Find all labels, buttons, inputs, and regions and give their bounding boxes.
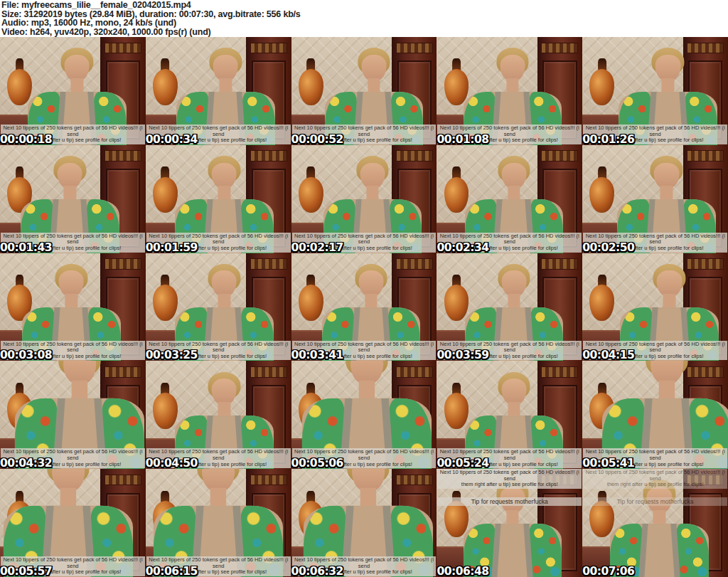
video-thumbnail: Next 10 tippers of 250 tokens get pack o… [0, 145, 146, 253]
timestamp-overlay: 00:04:50 [146, 457, 198, 469]
floral-sleeve-right [529, 524, 562, 577]
vase [589, 58, 614, 105]
video-thumbnail: Next 10 tippers of 250 tokens get pack o… [437, 469, 582, 577]
timestamp-overlay: 00:06:15 [146, 565, 198, 577]
timestamp-overlay: 00:05:41 [582, 457, 634, 469]
promo-banner: Next 10 tippers of 250 tokens get pack o… [437, 469, 582, 489]
timestamp-overlay: 00:05:24 [437, 457, 488, 469]
file-info-header: File: myfreecams_lilie__female_02042015.… [0, 0, 728, 37]
face [211, 270, 236, 297]
face [654, 163, 679, 189]
video-thumbnail: Next 10 tippers of 250 tokens get pack o… [437, 145, 582, 253]
file-name-line: File: myfreecams_lilie__female_02042015.… [1, 1, 727, 10]
face [59, 270, 84, 297]
vase-body [589, 177, 614, 213]
video-thumbnail: Next 10 tippers of 250 tokens get pack o… [146, 469, 291, 577]
timestamp-overlay: 00:01:08 [437, 133, 488, 145]
promo-banner-line1: Next 10 tippers of 250 tokens get pack o… [584, 470, 726, 482]
audio-info-line: Audio: mp3, 16000 Hz, mono, 24 kb/s (und… [1, 18, 727, 28]
video-thumbnail: Next 10 tippers of 250 tokens get pack o… [0, 37, 146, 145]
timestamp-overlay: 00:03:25 [146, 349, 198, 361]
vase-body [299, 69, 323, 105]
timestamp-overlay: 00:07:06 [582, 565, 634, 577]
video-thumbnail: Next 10 tippers of 250 tokens get pack o… [146, 253, 291, 361]
timestamp-overlay: 00:02:50 [582, 241, 634, 253]
video-thumbnail: Next 10 tippers of 250 tokens get pack o… [291, 145, 437, 253]
timestamp-overlay: 00:01:59 [146, 241, 198, 253]
timestamp-overlay: 00:02:34 [437, 241, 488, 253]
thumbnail-grid: Next 10 tippers of 250 tokens get pack o… [0, 37, 728, 577]
promo-banner-line2: them right after u tip) see profile for … [584, 482, 726, 488]
vase-body [589, 69, 614, 105]
timestamp-overlay: 00:03:08 [0, 349, 52, 361]
person-figure [607, 480, 712, 577]
timestamp-overlay: 00:00:18 [0, 133, 52, 145]
timestamp-overlay: 00:05:57 [0, 565, 52, 577]
video-thumbnail: Next 10 tippers of 250 tokens get pack o… [437, 37, 582, 145]
timestamp-overlay: 00:03:59 [437, 349, 488, 361]
face [501, 163, 526, 189]
face [65, 55, 90, 81]
face [211, 163, 236, 189]
timestamp-overlay: 00:03:41 [291, 349, 343, 361]
person-figure [460, 480, 564, 577]
video-thumbnail: Next 10 tippers of 250 tokens get pack o… [146, 37, 291, 145]
video-thumbnail: Next 10 tippers of 250 tokens get pack o… [0, 253, 146, 361]
floral-sleeve-right [676, 524, 709, 577]
video-thumbnail: Next 10 tippers of 250 tokens get pack o… [291, 469, 437, 577]
neck [358, 381, 375, 401]
video-thumbnail: Next 10 tippers of 250 tokens get pack o… [582, 253, 728, 361]
promo-banner-line1: Next 10 tippers of 250 tokens get pack o… [439, 470, 580, 482]
video-thumbnail: Next 10 tippers of 250 tokens get pack o… [0, 361, 146, 469]
tip-banner: Tip for requests motherfucka [583, 497, 727, 506]
face [501, 270, 526, 297]
timestamp-overlay: 00:04:15 [582, 349, 634, 361]
timestamp-overlay: 00:02:17 [291, 241, 343, 253]
timestamp-overlay: 00:01:26 [582, 133, 634, 145]
face [361, 55, 386, 81]
vase [589, 275, 614, 321]
video-thumbnail: Next 10 tippers of 250 tokens get pack o… [291, 37, 437, 145]
video-thumbnail: Next 10 tippers of 250 tokens get pack o… [146, 145, 291, 253]
face [360, 163, 385, 189]
video-thumbnail: Next 10 tippers of 250 tokens get pack o… [291, 361, 437, 469]
promo-banner: Next 10 tippers of 250 tokens get pack o… [583, 469, 727, 489]
face [655, 55, 680, 81]
timestamp-overlay: 00:06:48 [437, 565, 488, 577]
timestamp-overlay: 00:00:34 [146, 133, 198, 145]
vase [299, 58, 323, 105]
face [358, 270, 383, 297]
neck [72, 381, 88, 401]
tip-banner: Tip for requests motherfucka [437, 497, 582, 506]
video-info-line: Video: h264, yuv420p, 320x240, 1000.00 f… [1, 28, 727, 37]
promo-banner-line2: them right after u tip) see profile for … [439, 482, 580, 488]
video-thumbnail: Next 10 tippers of 250 tokens get pack o… [291, 253, 437, 361]
video-thumbnail: Next 10 tippers of 250 tokens get pack o… [582, 145, 728, 253]
video-thumbnail: Next 10 tippers of 250 tokens get pack o… [0, 469, 146, 577]
video-thumbnail: Next 10 tippers of 250 tokens get pack o… [582, 37, 728, 145]
timestamp-overlay: 00:06:32 [291, 565, 343, 577]
face [211, 379, 236, 405]
vase [589, 166, 614, 213]
timestamp-overlay: 00:04:32 [0, 457, 52, 469]
face [58, 163, 82, 189]
neck [658, 381, 675, 401]
video-thumbnail: Next 10 tippers of 250 tokens get pack o… [146, 361, 291, 469]
timestamp-overlay: 00:00:52 [291, 133, 343, 145]
video-thumbnail: Next 10 tippers of 250 tokens get pack o… [437, 253, 582, 361]
video-thumbnail: Next 10 tippers of 250 tokens get pack o… [582, 361, 728, 469]
video-thumbnail: Next 10 tippers of 250 tokens get pack o… [582, 469, 728, 577]
timestamp-overlay: 00:01:43 [0, 241, 52, 253]
vase-body [589, 285, 614, 321]
face [500, 55, 525, 81]
face [657, 270, 682, 297]
face [501, 379, 526, 405]
face [213, 55, 237, 81]
timestamp-overlay: 00:05:06 [291, 457, 343, 469]
video-thumbnail: Next 10 tippers of 250 tokens get pack o… [437, 361, 582, 469]
